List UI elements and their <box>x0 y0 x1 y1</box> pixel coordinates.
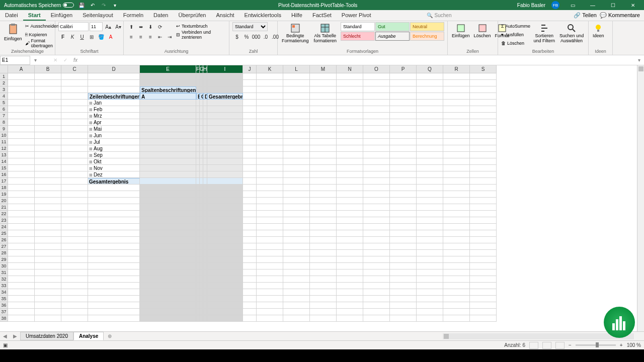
cell-M1[interactable] <box>310 73 337 80</box>
cell-S12[interactable] <box>470 145 497 152</box>
cell-L30[interactable] <box>283 263 310 269</box>
cell-N38[interactable] <box>337 315 363 322</box>
cell-D12[interactable]: ⊞Aug <box>88 145 140 152</box>
cell-M32[interactable] <box>310 276 337 283</box>
zoom-level[interactable]: 100 % <box>627 342 641 348</box>
cell-J25[interactable] <box>243 230 257 237</box>
save-icon[interactable]: 💾 <box>78 2 85 9</box>
cell-D32[interactable] <box>88 276 140 283</box>
cell-S21[interactable] <box>470 204 497 211</box>
cell-A29[interactable] <box>8 256 35 263</box>
cell-G30[interactable] <box>200 263 203 269</box>
cell-I22[interactable] <box>207 211 243 217</box>
cell-N24[interactable] <box>337 224 363 230</box>
row-header-22[interactable]: 22 <box>0 211 8 217</box>
cell-R9[interactable] <box>443 126 470 132</box>
cell-H10[interactable] <box>203 132 207 139</box>
cell-I27[interactable] <box>207 243 243 250</box>
align-left-icon[interactable]: ≡ <box>127 32 136 41</box>
cell-P11[interactable] <box>390 139 417 145</box>
cell-L12[interactable] <box>283 145 310 152</box>
cell-H7[interactable] <box>203 113 207 119</box>
cell-A8[interactable] <box>8 119 35 126</box>
cell-I10[interactable] <box>207 132 243 139</box>
delete-cells-button[interactable]: Löschen <box>473 22 492 40</box>
cell-P35[interactable] <box>390 296 417 302</box>
cell-E9[interactable] <box>140 126 196 132</box>
cell-Q4[interactable] <box>417 93 443 100</box>
style-berechnung[interactable]: Berechnung <box>410 32 444 41</box>
expand-icon[interactable]: ⊞ <box>89 101 93 106</box>
cell-J31[interactable] <box>243 269 257 276</box>
cell-N26[interactable] <box>337 237 363 243</box>
cell-H17[interactable] <box>203 178 207 185</box>
cell-B13[interactable] <box>35 152 61 158</box>
cell-S35[interactable] <box>470 296 497 302</box>
cell-P2[interactable] <box>390 80 417 86</box>
cell-H35[interactable] <box>203 296 207 302</box>
cell-D7[interactable]: ⊞Mrz <box>88 113 140 119</box>
cell-H25[interactable] <box>203 230 207 237</box>
cell-Q36[interactable] <box>417 302 443 309</box>
customize-qat-icon[interactable]: ▾ <box>111 2 118 9</box>
cell-K2[interactable] <box>257 80 283 86</box>
cell-Q37[interactable] <box>417 309 443 315</box>
cell-K15[interactable] <box>257 165 283 171</box>
menu-tab-entwicklertools[interactable]: Entwicklertools <box>239 11 286 21</box>
cell-E24[interactable] <box>140 224 196 230</box>
cell-B8[interactable] <box>35 119 61 126</box>
autosum-button[interactable]: ΣAutoSumme <box>501 22 530 30</box>
page-break-view-button[interactable] <box>555 342 565 349</box>
cell-K24[interactable] <box>257 224 283 230</box>
cell-A24[interactable] <box>8 224 35 230</box>
cell-G5[interactable] <box>200 100 203 106</box>
cell-I37[interactable] <box>207 309 243 315</box>
expand-icon[interactable]: ⊞ <box>89 140 93 145</box>
cell-K38[interactable] <box>257 315 283 322</box>
cell-P16[interactable] <box>390 171 417 178</box>
cell-C9[interactable] <box>61 126 88 132</box>
cell-S5[interactable] <box>470 100 497 106</box>
cell-G19[interactable] <box>200 191 203 198</box>
cell-P17[interactable] <box>390 178 417 185</box>
cell-K5[interactable] <box>257 100 283 106</box>
cell-G21[interactable] <box>200 204 203 211</box>
cell-J34[interactable] <box>243 289 257 296</box>
number-format-select[interactable]: Standard <box>232 22 268 31</box>
cell-M9[interactable] <box>310 126 337 132</box>
cell-R8[interactable] <box>443 119 470 126</box>
cell-E2[interactable] <box>140 80 196 86</box>
cell-B14[interactable] <box>35 158 61 165</box>
cell-G36[interactable] <box>200 302 203 309</box>
cell-C21[interactable] <box>61 204 88 211</box>
cell-G25[interactable] <box>200 230 203 237</box>
style-standard[interactable]: Standard <box>341 22 375 31</box>
cell-N4[interactable] <box>337 93 363 100</box>
cell-G16[interactable] <box>200 171 203 178</box>
column-header-H[interactable]: H <box>203 65 207 73</box>
cell-I36[interactable] <box>207 302 243 309</box>
cell-F22[interactable] <box>196 211 200 217</box>
cell-F23[interactable] <box>196 217 200 224</box>
cell-G31[interactable] <box>200 269 203 276</box>
cell-S37[interactable] <box>470 309 497 315</box>
cell-J14[interactable] <box>243 158 257 165</box>
cell-C7[interactable] <box>61 113 88 119</box>
currency-icon[interactable]: $ <box>232 32 242 41</box>
cell-R29[interactable] <box>443 256 470 263</box>
cell-G4[interactable]: C <box>200 93 203 100</box>
row-header-12[interactable]: 12 <box>0 145 8 152</box>
cell-Q6[interactable] <box>417 106 443 113</box>
cell-A27[interactable] <box>8 243 35 250</box>
cell-R25[interactable] <box>443 230 470 237</box>
cell-K31[interactable] <box>257 269 283 276</box>
cell-A11[interactable] <box>8 139 35 145</box>
cell-G34[interactable] <box>200 289 203 296</box>
cell-D6[interactable]: ⊞Feb <box>88 106 140 113</box>
cell-N32[interactable] <box>337 276 363 283</box>
cell-P28[interactable] <box>390 250 417 256</box>
cell-K3[interactable] <box>257 86 283 93</box>
cell-H12[interactable] <box>203 145 207 152</box>
row-header-35[interactable]: 35 <box>0 296 8 302</box>
expand-formula-icon[interactable]: ▾ <box>634 57 644 63</box>
